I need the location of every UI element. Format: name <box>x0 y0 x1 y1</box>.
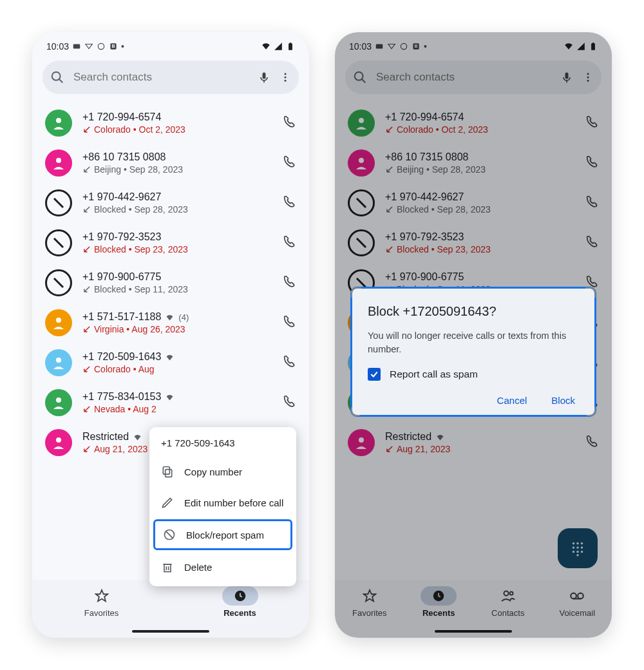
report-spam-checkbox[interactable]: Report call as spam <box>368 368 579 381</box>
context-menu: +1 720-509-1643 Copy number Edit number … <box>149 427 296 586</box>
call-number: +1 720-994-6574 <box>385 111 574 123</box>
svg-point-44 <box>359 118 364 123</box>
call-button[interactable] <box>282 235 296 251</box>
dialog-block-button[interactable]: Block <box>551 395 575 406</box>
svg-point-43 <box>587 80 589 82</box>
menu-delete[interactable]: Delete <box>149 551 296 582</box>
call-row[interactable]: +1 970-792-3523 Blocked • Sep 23, 2023 <box>32 223 309 263</box>
svg-line-47 <box>357 238 366 247</box>
call-button[interactable] <box>282 394 296 411</box>
nav-contacts[interactable]: Contacts <box>473 586 543 618</box>
block-dialog: Block +17205091643? You will no longer r… <box>350 287 596 417</box>
dialog-title: Block +17205091643? <box>368 304 579 319</box>
home-indicator <box>435 630 512 633</box>
call-row[interactable]: +1 970-900-6775 Blocked • Sep 11, 2023 <box>32 263 309 303</box>
battery-icon <box>286 42 295 51</box>
svg-point-14 <box>56 158 61 163</box>
search-bar[interactable] <box>43 61 299 94</box>
nav-recents[interactable]: Recents <box>404 586 474 618</box>
svg-point-10 <box>285 73 287 75</box>
call-row[interactable]: +1 970-442-9627 Blocked • Sep 28, 2023 <box>335 183 612 223</box>
svg-point-66 <box>571 593 577 599</box>
blocked-icon <box>45 189 72 216</box>
avatar <box>348 149 375 177</box>
call-number: +1 720-994-6574 <box>82 111 272 123</box>
dialog-body: You will no longer receive calls or text… <box>368 329 579 356</box>
call-button[interactable] <box>585 115 599 131</box>
svg-text:B: B <box>415 44 418 48</box>
dialpad-fab[interactable] <box>558 528 598 568</box>
mic-icon[interactable] <box>258 71 270 84</box>
mic-icon[interactable] <box>560 71 573 84</box>
call-row[interactable]: +86 10 7315 0808 Beijing • Sep 28, 2023 <box>335 143 612 183</box>
svg-point-65 <box>509 592 513 595</box>
status-bar: 10:03 B • <box>32 32 309 57</box>
menu-copy-number[interactable]: Copy number <box>149 456 296 487</box>
nav-favorites[interactable]: Favorites <box>67 586 137 618</box>
svg-point-12 <box>285 80 287 82</box>
call-button[interactable] <box>585 155 599 171</box>
svg-rect-36 <box>592 43 594 44</box>
call-row[interactable]: +1 970-442-9627 Blocked • Sep 28, 2023 <box>32 183 309 223</box>
svg-point-19 <box>56 358 61 363</box>
svg-rect-26 <box>164 564 171 572</box>
svg-rect-39 <box>565 73 569 79</box>
call-row[interactable]: +1 720-994-6574 Colorado • Oct 2, 2023 <box>335 103 612 143</box>
bottom-nav: Favorites Recents <box>32 580 309 638</box>
dialog-cancel-button[interactable]: Cancel <box>497 395 527 406</box>
call-row[interactable]: +1 720-509-1643 Colorado • Aug <box>32 343 309 383</box>
status-time: 10:03 <box>46 41 69 52</box>
svg-rect-4 <box>289 43 292 50</box>
call-button[interactable] <box>585 195 599 211</box>
svg-line-38 <box>362 79 366 83</box>
svg-line-17 <box>54 278 63 287</box>
call-button[interactable] <box>282 155 296 171</box>
avatar <box>348 110 375 137</box>
call-button[interactable] <box>282 195 296 211</box>
call-subtext: Beijing • Sep 28, 2023 <box>385 164 574 175</box>
svg-point-58 <box>581 546 583 548</box>
call-button[interactable] <box>282 354 296 371</box>
svg-rect-0 <box>73 44 80 49</box>
search-bar[interactable] <box>345 61 601 94</box>
svg-point-59 <box>573 551 574 553</box>
nav-recents[interactable]: Recents <box>205 586 275 618</box>
call-number: +1 775-834-0153 <box>82 391 272 403</box>
call-number: +1 720-509-1643 <box>82 351 272 363</box>
svg-point-32 <box>401 43 406 49</box>
svg-point-18 <box>56 318 61 323</box>
call-row[interactable]: +1 775-834-0153 Nevada • Aug 2 <box>32 383 309 423</box>
call-row[interactable]: +1 571-517-1188 (4) Virginia • Aug 26, 2… <box>32 303 309 343</box>
search-input[interactable] <box>73 71 249 84</box>
call-row[interactable]: +1 970-792-3523 Blocked • Sep 23, 2023 <box>335 223 612 263</box>
call-subtext: Nevada • Aug 2 <box>82 404 272 414</box>
menu-block-report-spam[interactable]: Block/report spam <box>153 519 292 550</box>
nav-voicemail[interactable]: Voicemail <box>543 586 612 618</box>
call-button[interactable] <box>282 274 296 291</box>
status-bar: 10:03 B • <box>335 32 612 57</box>
call-number: +86 10 7315 0808 <box>385 151 574 163</box>
call-number: +1 571-517-1188 (4) <box>82 311 272 323</box>
search-icon <box>50 70 64 84</box>
call-row[interactable]: +86 10 7315 0808 Beijing • Sep 28, 2023 <box>32 143 309 183</box>
more-icon[interactable] <box>279 72 291 83</box>
recent-calls-list[interactable]: +1 720-994-6574 Colorado • Oct 2, 2023+8… <box>32 100 309 465</box>
call-row[interactable]: Restricted Aug 21, 2023 <box>335 423 612 463</box>
call-button[interactable] <box>585 235 599 251</box>
avatar <box>45 149 72 177</box>
call-button[interactable] <box>585 434 599 451</box>
avatar <box>348 429 375 456</box>
bottom-nav: Favorites Recents Contacts Voicemail <box>335 580 612 638</box>
svg-point-13 <box>56 118 61 123</box>
svg-rect-5 <box>290 43 291 44</box>
menu-edit-number[interactable]: Edit number before call <box>149 487 296 518</box>
search-input[interactable] <box>376 71 551 84</box>
nav-favorites[interactable]: Favorites <box>335 586 404 618</box>
call-button[interactable] <box>282 314 296 331</box>
svg-rect-8 <box>263 73 266 79</box>
call-row[interactable]: +1 720-994-6574 Colorado • Oct 2, 2023 <box>32 103 309 143</box>
more-icon[interactable] <box>582 72 594 83</box>
call-button[interactable] <box>282 115 296 131</box>
call-subtext: Colorado • Aug <box>82 364 272 374</box>
avatar <box>45 349 72 376</box>
